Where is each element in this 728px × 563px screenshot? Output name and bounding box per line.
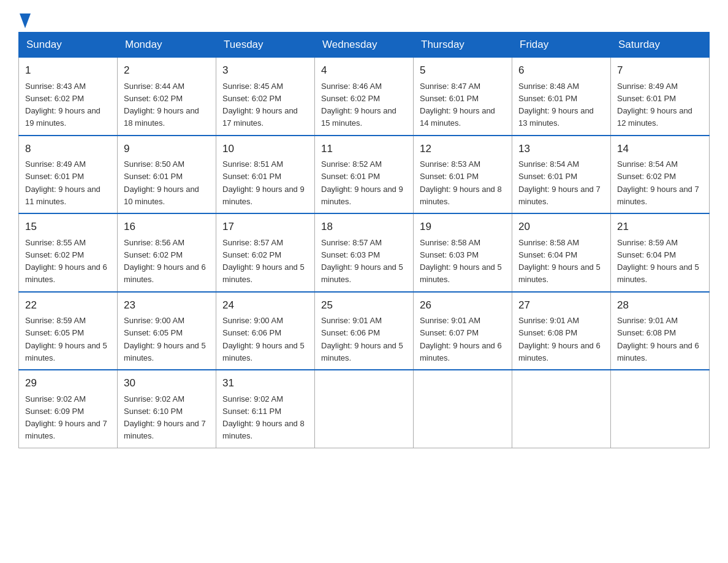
calendar-day-cell: 16 Sunrise: 8:56 AMSunset: 6:02 PMDaylig… [118, 213, 216, 292]
day-number: 1 [25, 63, 111, 79]
calendar-day-cell: 19 Sunrise: 8:58 AMSunset: 6:03 PMDaylig… [414, 213, 512, 292]
day-number: 3 [222, 63, 308, 79]
calendar-day-cell: 22 Sunrise: 8:59 AMSunset: 6:05 PMDaylig… [19, 292, 118, 370]
calendar-day-cell: 30 Sunrise: 9:02 AMSunset: 6:10 PMDaylig… [118, 370, 216, 448]
day-info: Sunrise: 8:43 AMSunset: 6:02 PMDaylight:… [25, 82, 100, 128]
day-info: Sunrise: 9:01 AMSunset: 6:08 PMDaylight:… [518, 316, 601, 362]
day-number: 20 [518, 219, 604, 235]
day-number: 15 [25, 219, 111, 235]
day-info: Sunrise: 8:55 AMSunset: 6:02 PMDaylight:… [25, 238, 107, 285]
header-thursday: Thursday [414, 33, 512, 58]
day-info: Sunrise: 8:45 AMSunset: 6:02 PMDaylight:… [222, 82, 298, 128]
calendar-day-cell: 31 Sunrise: 9:02 AMSunset: 6:11 PMDaylig… [216, 370, 315, 448]
day-number: 27 [518, 297, 604, 313]
day-info: Sunrise: 9:00 AMSunset: 6:05 PMDaylight:… [124, 316, 206, 362]
day-number: 5 [420, 63, 506, 79]
day-number: 12 [420, 141, 506, 157]
header-tuesday: Tuesday [216, 33, 315, 58]
day-number: 21 [617, 219, 703, 235]
day-info: Sunrise: 8:49 AMSunset: 6:01 PMDaylight:… [25, 159, 100, 206]
calendar-day-cell: 29 Sunrise: 9:02 AMSunset: 6:09 PMDaylig… [19, 370, 118, 448]
day-info: Sunrise: 9:02 AMSunset: 6:10 PMDaylight:… [124, 394, 206, 441]
day-number: 4 [321, 63, 407, 79]
svg-marker-0 [20, 13, 31, 28]
calendar-day-cell: 18 Sunrise: 8:57 AMSunset: 6:03 PMDaylig… [315, 213, 414, 292]
day-number: 25 [321, 297, 407, 313]
day-number: 31 [222, 375, 308, 391]
day-info: Sunrise: 8:49 AMSunset: 6:01 PMDaylight:… [617, 82, 692, 128]
calendar-week-row: 22 Sunrise: 8:59 AMSunset: 6:05 PMDaylig… [19, 292, 710, 370]
header-monday: Monday [118, 33, 216, 58]
day-number: 22 [25, 297, 111, 313]
day-info: Sunrise: 8:48 AMSunset: 6:01 PMDaylight:… [518, 82, 594, 128]
calendar-day-cell [414, 370, 512, 448]
day-info: Sunrise: 9:00 AMSunset: 6:06 PMDaylight:… [222, 316, 305, 362]
calendar-day-cell: 21 Sunrise: 8:59 AMSunset: 6:04 PMDaylig… [611, 213, 710, 292]
calendar-day-cell [315, 370, 414, 448]
calendar-day-cell: 20 Sunrise: 8:58 AMSunset: 6:04 PMDaylig… [512, 213, 611, 292]
calendar-day-cell: 25 Sunrise: 9:01 AMSunset: 6:06 PMDaylig… [315, 292, 414, 370]
calendar-day-cell: 14 Sunrise: 8:54 AMSunset: 6:02 PMDaylig… [611, 136, 710, 214]
day-info: Sunrise: 8:59 AMSunset: 6:05 PMDaylight:… [25, 316, 107, 362]
day-number: 16 [124, 219, 210, 235]
calendar-day-cell: 9 Sunrise: 8:50 AMSunset: 6:01 PMDayligh… [118, 136, 216, 214]
header-saturday: Saturday [611, 33, 710, 58]
day-number: 13 [518, 141, 604, 157]
day-number: 30 [124, 375, 210, 391]
day-number: 26 [420, 297, 506, 313]
day-info: Sunrise: 8:50 AMSunset: 6:01 PMDaylight:… [124, 159, 199, 206]
page-header [18, 12, 710, 26]
header-sunday: Sunday [19, 33, 118, 58]
calendar-day-cell: 7 Sunrise: 8:49 AMSunset: 6:01 PMDayligh… [611, 58, 710, 136]
day-number: 23 [124, 297, 210, 313]
day-info: Sunrise: 8:52 AMSunset: 6:01 PMDaylight:… [321, 159, 403, 206]
day-number: 28 [617, 297, 703, 313]
day-number: 11 [321, 141, 407, 157]
calendar-day-cell: 10 Sunrise: 8:51 AMSunset: 6:01 PMDaylig… [216, 136, 315, 214]
calendar-week-row: 29 Sunrise: 9:02 AMSunset: 6:09 PMDaylig… [19, 370, 710, 448]
logo-arrow-icon [20, 13, 31, 28]
calendar-week-row: 8 Sunrise: 8:49 AMSunset: 6:01 PMDayligh… [19, 136, 710, 214]
day-info: Sunrise: 8:54 AMSunset: 6:01 PMDaylight:… [518, 159, 601, 206]
day-number: 29 [25, 375, 111, 391]
calendar-day-cell: 24 Sunrise: 9:00 AMSunset: 6:06 PMDaylig… [216, 292, 315, 370]
calendar-day-cell [512, 370, 611, 448]
day-number: 14 [617, 141, 703, 157]
day-number: 19 [420, 219, 506, 235]
calendar-header-row: SundayMondayTuesdayWednesdayThursdayFrid… [19, 33, 710, 58]
day-info: Sunrise: 9:02 AMSunset: 6:11 PMDaylight:… [222, 394, 305, 441]
calendar-day-cell: 27 Sunrise: 9:01 AMSunset: 6:08 PMDaylig… [512, 292, 611, 370]
day-number: 24 [222, 297, 308, 313]
day-info: Sunrise: 8:57 AMSunset: 6:03 PMDaylight:… [321, 238, 403, 285]
day-info: Sunrise: 8:59 AMSunset: 6:04 PMDaylight:… [617, 238, 699, 285]
calendar-day-cell: 13 Sunrise: 8:54 AMSunset: 6:01 PMDaylig… [512, 136, 611, 214]
day-info: Sunrise: 9:02 AMSunset: 6:09 PMDaylight:… [25, 394, 107, 441]
calendar-day-cell: 15 Sunrise: 8:55 AMSunset: 6:02 PMDaylig… [19, 213, 118, 292]
calendar-day-cell: 11 Sunrise: 8:52 AMSunset: 6:01 PMDaylig… [315, 136, 414, 214]
day-info: Sunrise: 8:47 AMSunset: 6:01 PMDaylight:… [420, 82, 495, 128]
day-number: 8 [25, 141, 111, 157]
calendar-day-cell: 6 Sunrise: 8:48 AMSunset: 6:01 PMDayligh… [512, 58, 611, 136]
calendar-day-cell: 1 Sunrise: 8:43 AMSunset: 6:02 PMDayligh… [19, 58, 118, 136]
day-info: Sunrise: 8:46 AMSunset: 6:02 PMDaylight:… [321, 82, 396, 128]
day-info: Sunrise: 8:54 AMSunset: 6:02 PMDaylight:… [617, 159, 699, 206]
calendar-day-cell: 28 Sunrise: 9:01 AMSunset: 6:08 PMDaylig… [611, 292, 710, 370]
calendar-day-cell: 2 Sunrise: 8:44 AMSunset: 6:02 PMDayligh… [118, 58, 216, 136]
calendar-day-cell [611, 370, 710, 448]
calendar-week-row: 1 Sunrise: 8:43 AMSunset: 6:02 PMDayligh… [19, 58, 710, 136]
day-info: Sunrise: 9:01 AMSunset: 6:06 PMDaylight:… [321, 316, 403, 362]
day-info: Sunrise: 8:58 AMSunset: 6:04 PMDaylight:… [518, 238, 601, 285]
day-info: Sunrise: 8:53 AMSunset: 6:01 PMDaylight:… [420, 159, 502, 206]
calendar-day-cell: 8 Sunrise: 8:49 AMSunset: 6:01 PMDayligh… [19, 136, 118, 214]
day-info: Sunrise: 8:51 AMSunset: 6:01 PMDaylight:… [222, 159, 305, 206]
calendar-day-cell: 12 Sunrise: 8:53 AMSunset: 6:01 PMDaylig… [414, 136, 512, 214]
day-number: 10 [222, 141, 308, 157]
calendar-day-cell: 23 Sunrise: 9:00 AMSunset: 6:05 PMDaylig… [118, 292, 216, 370]
day-number: 17 [222, 219, 308, 235]
header-friday: Friday [512, 33, 611, 58]
calendar-day-cell: 5 Sunrise: 8:47 AMSunset: 6:01 PMDayligh… [414, 58, 512, 136]
day-info: Sunrise: 8:56 AMSunset: 6:02 PMDaylight:… [124, 238, 206, 285]
day-number: 9 [124, 141, 210, 157]
day-info: Sunrise: 9:01 AMSunset: 6:07 PMDaylight:… [420, 316, 502, 362]
day-number: 7 [617, 63, 703, 79]
